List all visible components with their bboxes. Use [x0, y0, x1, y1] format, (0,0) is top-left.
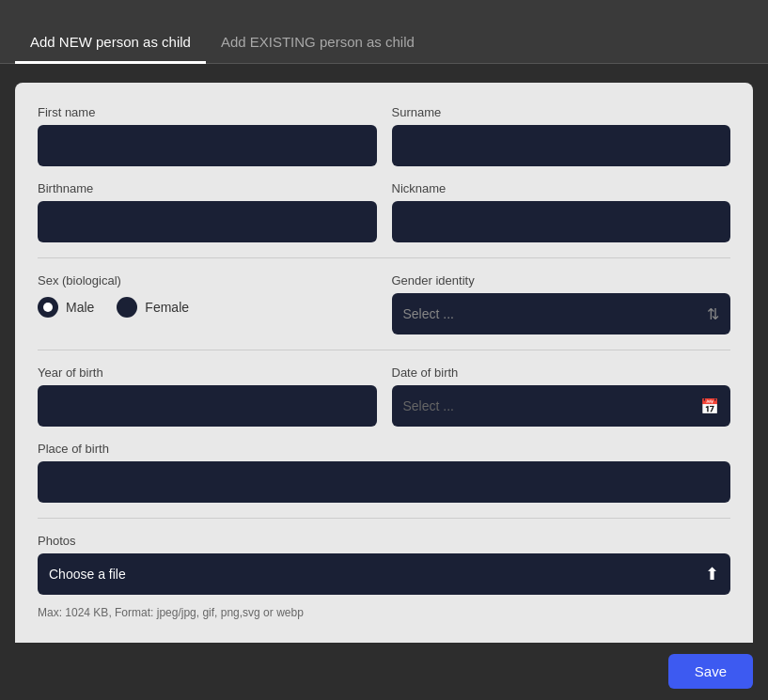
photos-group: Photos Choose a file ⬆ Max: 1024 KB, For… — [38, 534, 730, 619]
radio-male[interactable]: Male — [38, 297, 94, 318]
gender-identity-group: Gender identity Select ... Male Female N… — [392, 273, 731, 334]
date-of-birth-input[interactable] — [392, 385, 731, 427]
place-of-birth-label: Place of birth — [38, 442, 730, 456]
divider-1 — [38, 257, 730, 258]
upload-icon: ⬆ — [705, 564, 719, 584]
year-of-birth-label: Year of birth — [38, 366, 377, 380]
save-button[interactable]: Save — [668, 654, 753, 689]
birthname-input[interactable] — [38, 201, 377, 242]
sex-label: Sex (biological) — [38, 273, 377, 288]
file-upload-button[interactable]: Choose a file ⬆ — [38, 553, 730, 595]
birthname-label: Birthname — [38, 181, 377, 195]
nickname-group: Nickname — [392, 181, 731, 242]
surname-label: Surname — [392, 105, 731, 119]
place-of-birth-group: Place of birth — [38, 442, 730, 503]
radio-female-circle — [117, 297, 137, 318]
date-wrapper: 📅 — [392, 385, 731, 427]
year-of-birth-group: Year of birth — [38, 366, 377, 427]
birth-nick-row: Birthname Nickname — [38, 181, 730, 242]
birth-row: Year of birth Date of birth 📅 — [38, 366, 730, 427]
divider-3 — [38, 518, 730, 519]
radio-female[interactable]: Female — [117, 297, 189, 318]
radio-male-label: Male — [66, 300, 94, 315]
radio-row: Male Female — [38, 297, 377, 318]
photos-label: Photos — [38, 534, 730, 548]
surname-input[interactable] — [392, 125, 731, 166]
gender-identity-select[interactable]: Select ... Male Female Non-binary Other — [392, 293, 731, 334]
gender-select-wrapper: Select ... Male Female Non-binary Other … — [392, 293, 731, 334]
sex-group: Sex (biological) Male Female — [38, 273, 377, 318]
tab-add-new[interactable]: Add NEW person as child — [15, 23, 206, 64]
main-content: First name Surname Birthname Nickname — [0, 64, 768, 643]
first-name-input[interactable] — [38, 125, 377, 166]
photos-row: Photos Choose a file ⬆ Max: 1024 KB, For… — [38, 534, 730, 619]
birthname-group: Birthname — [38, 181, 377, 242]
footer: Save — [0, 643, 768, 700]
divider-2 — [38, 350, 730, 350]
surname-group: Surname — [392, 105, 731, 166]
name-row: First name Surname — [38, 105, 730, 166]
place-row: Place of birth — [38, 442, 730, 503]
gender-identity-label: Gender identity — [392, 273, 731, 288]
first-name-label: First name — [38, 105, 377, 119]
place-of-birth-input[interactable] — [38, 461, 730, 503]
tab-bar: Add NEW person as child Add EXISTING per… — [0, 0, 768, 64]
nickname-label: Nickname — [392, 181, 731, 195]
radio-male-circle — [38, 297, 58, 318]
radio-female-label: Female — [145, 300, 189, 315]
first-name-group: First name — [38, 105, 377, 166]
form-card: First name Surname Birthname Nickname — [15, 83, 753, 643]
year-of-birth-input[interactable] — [38, 385, 377, 427]
tab-add-existing[interactable]: Add EXISTING person as child — [206, 23, 430, 64]
file-upload-hint: Max: 1024 KB, Format: jpeg/jpg, gif, png… — [38, 606, 730, 619]
date-of-birth-group: Date of birth 📅 — [392, 366, 731, 427]
nickname-input[interactable] — [392, 201, 731, 242]
file-upload-label: Choose a file — [49, 567, 126, 582]
date-of-birth-label: Date of birth — [392, 366, 731, 380]
sex-gender-row: Sex (biological) Male Female Gender iden… — [38, 273, 730, 334]
